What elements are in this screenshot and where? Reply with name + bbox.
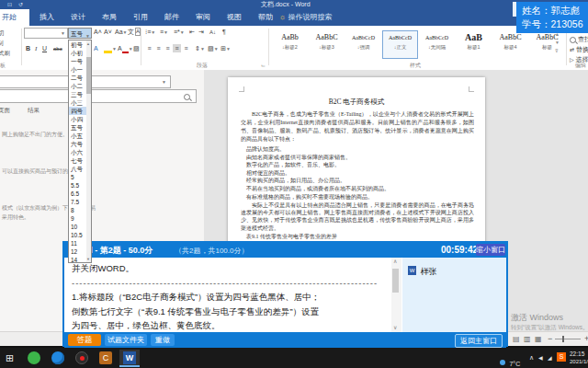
justify-button[interactable]: ≡ (173, 44, 181, 52)
distribute-button[interactable]: ≡ (182, 44, 190, 52)
exam-scrollbar[interactable]: ∧ ∨ (391, 258, 401, 332)
undo-icon[interactable]: ↺ (18, 0, 23, 9)
volume-icon[interactable]: ◀ (538, 354, 543, 368)
sogou-input-icon[interactable]: S (557, 352, 566, 362)
taskbar-browser-icon[interactable] (51, 351, 64, 364)
style-emphasis[interactable]: AaBbCcD↓强调 (345, 30, 381, 59)
find-button[interactable]: 查找 (570, 35, 588, 44)
sample-file-item[interactable]: W 样张 (408, 261, 436, 278)
exam-folder-button[interactable]: 试题文件夹 (105, 334, 147, 346)
italic-button[interactable]: I (35, 44, 37, 53)
tab-design[interactable]: 设计 (62, 9, 94, 26)
tab-home[interactable]: 开始 (0, 9, 29, 26)
taskbar-recorder-icon[interactable] (75, 351, 88, 364)
change-case-button[interactable]: Aa▼ (115, 28, 128, 37)
read-mode-button[interactable]: ▤ (513, 335, 520, 343)
web-layout-button[interactable]: ▦ (535, 335, 542, 343)
bold-button[interactable]: B (26, 44, 30, 53)
style-title[interactable]: AaBbC标题 (529, 30, 565, 59)
nav-result-item[interactable]: 采用特色。 (2, 213, 29, 222)
doc-list: 品牌认知度高。 由知名商家或者提供可靠保障的商家销售。 数字化的产品，如软件、音… (246, 145, 390, 201)
tab-insert[interactable]: 插入 (31, 9, 62, 26)
tell-me-search[interactable]: ☼ 操作说明搜索 (279, 9, 333, 26)
active-app-underline (119, 365, 140, 367)
answer-button[interactable]: 答题 (68, 334, 101, 346)
grow-font-button[interactable]: A˄ (94, 28, 102, 37)
start-button[interactable]: ⊞ (6, 351, 14, 364)
nav-tab-pages[interactable]: 页面 (0, 107, 10, 115)
paragraph-dialog-launcher[interactable]: ⌙ (261, 62, 266, 68)
nav-tab-results[interactable]: 结果 (28, 107, 40, 115)
style-heading2[interactable]: AaBb↓标题2 (272, 30, 308, 59)
show-marks-button[interactable]: ¶ (222, 28, 226, 37)
tab-view[interactable]: 视图 (219, 9, 250, 26)
minimize-window-button[interactable]: 缩小窗口 (476, 244, 505, 256)
tab-references[interactable]: 引用 (125, 9, 156, 26)
scroll-down-icon[interactable]: ∨ (393, 324, 397, 330)
sort-button[interactable]: A↓ (209, 28, 216, 37)
tab-help[interactable]: 帮助 (250, 9, 281, 26)
font-color-button[interactable]: A▼ (118, 44, 133, 53)
print-layout-button[interactable]: ▥ (524, 335, 531, 343)
network-icon[interactable]: ◢ (548, 354, 552, 368)
style-no-spacing[interactable]: AaBbCcD↓无间隔 (419, 30, 455, 59)
highlight-color-button[interactable]: ▼ (104, 44, 117, 53)
scroll-up-icon[interactable]: ∧ (393, 258, 397, 264)
format-painter-button[interactable]: ✎格式刷 (0, 49, 22, 58)
zoom-slider-thumb[interactable] (562, 336, 564, 342)
zoom-in-button[interactable]: + (584, 334, 588, 343)
scrollbar-thumb[interactable] (392, 269, 399, 293)
character-shading-button[interactable]: ▨ (133, 44, 140, 53)
shrink-font-button[interactable]: A˅ (104, 28, 112, 37)
tray-chevron-icon[interactable]: ∧ (529, 354, 534, 368)
style-heading3[interactable]: AaBbC↓标题3 (309, 30, 345, 59)
taskbar-app-icon-green[interactable] (28, 351, 40, 364)
dropdown-scrollbar[interactable]: ▲ ▼ (86, 40, 91, 262)
styles-scroll-down[interactable]: ▼ (555, 40, 560, 45)
text-effects-button[interactable]: A (94, 44, 98, 53)
scroll-up-icon[interactable]: ▲ (86, 41, 90, 46)
underline-button[interactable]: U (42, 44, 47, 53)
align-right-button[interactable]: ≡ (164, 44, 172, 52)
style-heading1[interactable]: AaB标题1 (456, 30, 492, 59)
styles-gallery: AaBb↓标题2 AaBbC↓标题3 AaBbCcD↓强调 AaBbCcD↓正文… (272, 30, 565, 59)
tab-review[interactable]: 审阅 (187, 9, 219, 26)
save-icon[interactable]: ⊡ (7, 0, 12, 9)
cut-button[interactable]: ✂剪切 (0, 29, 22, 38)
line-spacing-button[interactable]: ⇕▼ (195, 44, 205, 53)
nav-search-input[interactable] (0, 89, 197, 103)
decrease-indent-button[interactable]: ⇤ (189, 28, 195, 37)
badge-notch (513, 2, 516, 17)
font-size-combo[interactable]: 五号 ▼ (68, 28, 92, 39)
clock-date[interactable]: 2021/1/15 (570, 359, 588, 368)
bullets-button[interactable]: ⁝≡▼ (145, 28, 155, 37)
scrollbar-thumb[interactable] (86, 57, 91, 94)
phonetic-guide-button[interactable]: 文 (128, 28, 134, 37)
taskbar-c-app-icon[interactable]: C (99, 351, 112, 364)
scroll-down-icon[interactable]: ▼ (86, 257, 90, 261)
weather-widget[interactable]: 7°C (500, 353, 520, 368)
numbering-button[interactable]: ≡▼ (160, 28, 168, 37)
taskbar-word-slot[interactable]: W (119, 350, 140, 367)
style-heading4[interactable]: AaBbC标题4 (492, 30, 528, 59)
increase-indent-button[interactable]: ⇥ (198, 28, 204, 37)
tab-layout[interactable]: 布局 (94, 9, 125, 26)
redo-button[interactable]: 重做 (151, 334, 175, 346)
font-name-combo[interactable]: ▼ (24, 28, 68, 39)
tab-mailings[interactable]: 邮件 (156, 9, 187, 26)
strikethrough-button[interactable]: abc (53, 44, 62, 53)
zoom-out-button[interactable]: − (548, 334, 552, 343)
multilevel-list-button[interactable]: ≡*▼ (174, 28, 185, 37)
return-main-window-button[interactable]: 返回主窗口 (455, 334, 503, 348)
replace-button[interactable]: ⇄ 替换 (570, 45, 588, 54)
align-left-button[interactable]: ≡ (145, 44, 153, 52)
style-normal[interactable]: AaBbCcD↓正文 (382, 30, 418, 59)
align-center-button[interactable]: ≡ (154, 44, 163, 52)
paragraph-shading-button[interactable]: ▨▼ (208, 44, 219, 53)
nav-result-item[interactable]: 网上购物足不出门的方便。 (2, 131, 68, 139)
exam-header[interactable]: Word - 第2题 - 50.0分 （共2题，共100.0分） 00:59:4… (64, 243, 506, 258)
copy-button[interactable]: ⧉复制 (0, 39, 22, 48)
borders-button[interactable]: ⊞▼ (220, 44, 231, 53)
styles-expand[interactable]: ⊽ (555, 48, 559, 53)
zoom-slider[interactable] (555, 339, 581, 339)
